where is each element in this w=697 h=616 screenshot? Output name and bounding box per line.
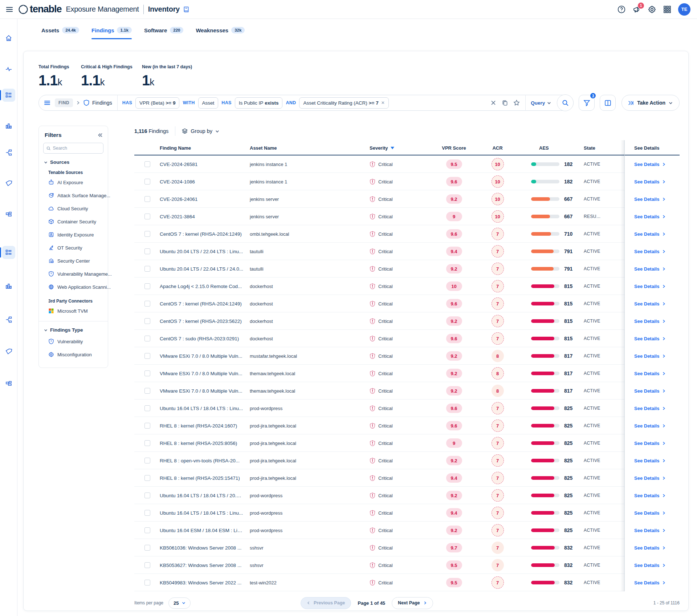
finding-name-link[interactable]: Ubuntu 16.04 LTS / 18.04 LTS : Linu... [160,406,250,411]
items-per-page-select[interactable]: 25 [168,597,190,609]
take-action-button[interactable]: Take Action [621,95,680,111]
row-checkbox[interactable] [144,562,150,568]
group-by-dropdown[interactable]: Group by [182,128,219,134]
save-query-star-icon[interactable] [513,100,520,106]
column-state[interactable]: State [584,145,624,151]
copy-query-icon[interactable] [502,100,508,106]
query-condition-pill[interactable]: Asset Criticality Rating (ACR)>= 7✕ [299,97,388,109]
filter-item-cloud-security[interactable]: Cloud Security [43,202,103,215]
help-icon[interactable] [617,5,626,14]
row-checkbox[interactable] [144,179,150,185]
filter-item-container-security[interactable]: Container Security [43,215,103,228]
see-details-link[interactable]: See Details [634,493,666,498]
finding-name-link[interactable]: KB5061036: Windows Server 2008 ... [160,545,250,551]
row-checkbox[interactable] [144,440,150,446]
nav-inventory-icon[interactable] [2,89,15,102]
row-checkbox[interactable] [144,370,150,376]
filter-item-attack-surface-manage[interactable]: Attack Surface Manage... [43,189,103,202]
row-checkbox[interactable] [144,527,150,533]
column-acr[interactable]: ACR [475,145,520,151]
docs-book-icon[interactable] [183,6,189,13]
row-checkbox[interactable] [144,196,150,202]
row-checkbox[interactable] [144,161,150,167]
filters-toggle-button[interactable]: 3 [579,95,595,111]
row-checkbox[interactable] [144,301,150,307]
nav-tag-secondary-icon[interactable] [2,345,15,358]
query-dropdown[interactable]: Query [531,100,551,106]
nav-attack-path-secondary-icon[interactable] [2,313,15,326]
query-condition-pill[interactable]: Is Public IPexists [235,97,283,109]
finding-name-link[interactable]: RHEL 8 : kernel (RHSA-2025:8056) [160,441,250,446]
see-details-link[interactable]: See Details [634,301,666,307]
filters-search-input[interactable] [53,146,100,151]
see-details-link[interactable]: See Details [634,528,666,533]
hamburger-menu-icon[interactable] [4,4,15,15]
query-menu-icon[interactable] [42,98,52,108]
finding-name-link[interactable]: Ubuntu 16.04 ESM / 18.04 ESM : Lin... [160,528,250,533]
collapse-panel-icon[interactable] [98,133,103,138]
see-details-link[interactable]: See Details [634,179,666,185]
finding-name-link[interactable]: VMware ESXi 7.0 / 8.0 Multiple Vuln... [160,353,250,359]
column-severity[interactable]: Severity [359,145,433,151]
row-checkbox[interactable] [144,423,150,429]
row-checkbox[interactable] [144,388,150,394]
nav-dashboards-secondary-icon[interactable] [2,377,15,390]
row-checkbox[interactable] [144,405,150,411]
filters-section-findings-type[interactable]: Findings Type [43,327,103,333]
nav-dashboards-icon[interactable] [2,208,15,221]
column-aes[interactable]: AES [520,145,584,151]
row-checkbox[interactable] [144,510,150,516]
see-details-link[interactable]: See Details [634,510,666,516]
row-checkbox[interactable] [144,283,150,289]
row-checkbox[interactable] [144,580,150,585]
finding-name-link[interactable]: CVE-2024-1086 [160,179,250,185]
tab-software[interactable]: Software 220 [144,19,184,41]
see-details-link[interactable]: See Details [634,388,666,394]
row-checkbox[interactable] [144,475,150,481]
see-details-link[interactable]: See Details [634,214,666,219]
filter-item-ai-exposure[interactable]: AI Exposure [43,176,103,189]
see-details-link[interactable]: See Details [634,266,666,272]
nav-analytics-secondary-icon[interactable] [2,280,15,293]
query-bar[interactable]: FIND Findings HASVPR (Beta)>= 9WITHAsset… [38,95,574,111]
column-asset-name[interactable]: Asset Name [250,145,359,151]
row-checkbox[interactable] [144,214,150,219]
see-details-link[interactable]: See Details [634,319,666,324]
finding-name-link[interactable]: VMware ESXi 7.0 / 8.0 Multiple Vuln... [160,388,250,394]
finding-name-link[interactable]: Apache Log4j < 2.15.0 Remote Cod... [160,284,250,289]
tab-findings[interactable]: Findings 1.1k [91,19,132,41]
user-avatar[interactable]: TE [678,3,690,16]
row-checkbox[interactable] [144,336,150,341]
finding-name-link[interactable]: KB5053627: Windows Server 2008 ... [160,563,250,568]
see-details-link[interactable]: See Details [634,336,666,341]
see-details-link[interactable]: See Details [634,196,666,202]
row-checkbox[interactable] [144,458,150,463]
finding-name-link[interactable]: VMware ESXi 7.0 / 8.0 Multiple Vuln... [160,371,250,376]
columns-toggle-button[interactable] [600,95,616,111]
filters-search-box[interactable] [43,143,103,154]
see-details-link[interactable]: See Details [634,563,666,568]
finding-name-link[interactable]: CentOS 7 : kernel (RHSA-2023:5622) [160,319,250,324]
see-details-link[interactable]: See Details [634,406,666,411]
finding-name-link[interactable]: CVE-2024-26581 [160,162,250,167]
finding-name-link[interactable]: RHEL 8 : kernel (RHSA-2024:1607) [160,423,250,429]
finding-name-link[interactable]: Ubuntu 20.04 LTS / 22.04 LTS / 24.0... [160,266,250,272]
clear-query-icon[interactable] [490,100,497,106]
finding-name-link[interactable]: Ubuntu 20.04 LTS / 22.04 LTS : Linu... [160,249,250,254]
filter-item-microsoft-tvm[interactable]: Microsoft TVM [43,304,103,317]
finding-name-link[interactable]: RHEL 8 : kernel (RHSA-2025:15471) [160,475,250,481]
see-details-link[interactable]: See Details [634,162,666,167]
see-details-link[interactable]: See Details [634,475,666,481]
remove-condition-icon[interactable]: ✕ [381,100,385,105]
sort-desc-icon[interactable] [391,147,394,149]
see-details-link[interactable]: See Details [634,423,666,429]
filter-item-misconfiguration[interactable]: Misconfiguration [43,348,103,361]
nav-analytics-icon[interactable] [2,119,15,133]
nav-inventory-secondary-icon[interactable] [2,246,15,259]
finding-name-link[interactable]: CVE-2021-3864 [160,214,250,219]
row-checkbox[interactable] [144,545,150,551]
tenable-logo[interactable]: tenable [18,4,62,15]
query-condition-pill[interactable]: Asset [198,97,219,109]
finding-name-link[interactable]: CentOS 7 : sudo (RHSA-2023:0291) [160,336,250,341]
see-details-link[interactable]: See Details [634,353,666,359]
